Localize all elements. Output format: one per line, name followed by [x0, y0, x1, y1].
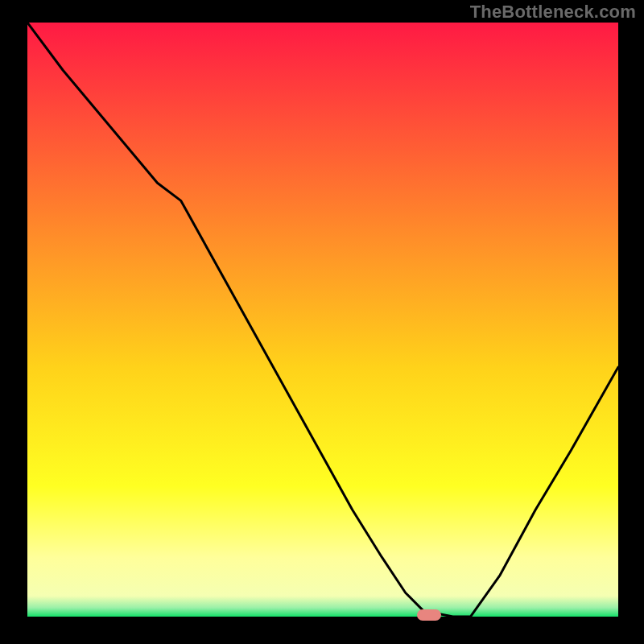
watermark-text: TheBottleneck.com — [470, 2, 636, 23]
chart-frame: TheBottleneck.com — [0, 0, 644, 644]
gradient-rect — [27, 23, 618, 617]
bottleneck-chart — [27, 23, 618, 617]
optimal-marker — [417, 609, 441, 621]
